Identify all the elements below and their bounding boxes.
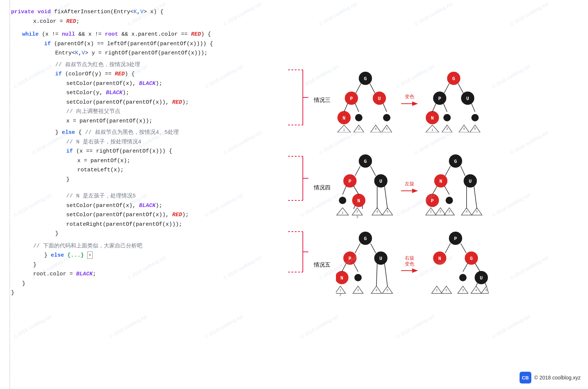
svg-point-45 [443,114,451,121]
situation4-diagram: 情况四 G P U N [314,151,487,224]
code-line-27: root.color = BLACK; [33,270,290,279]
svg-text:U: U [480,275,483,281]
svg-text:P: P [454,236,457,242]
svg-line-97 [445,166,450,176]
situation5-connector [288,230,310,274]
svg-text:2: 2 [356,210,358,214]
svg-point-20 [355,114,362,121]
expand-button[interactable]: + [87,251,93,259]
svg-text:5: 5 [386,127,387,131]
svg-text:1: 1 [343,128,345,132]
svg-text:1: 1 [436,289,438,292]
svg-text:4: 4 [376,210,378,214]
footer-copyright: © 2018 coolblog.xyz [534,375,581,381]
svg-text:P: P [348,256,351,261]
code-line-28: } [22,279,290,289]
svg-line-131 [376,263,377,286]
svg-text:3: 3 [448,210,450,214]
svg-text:N: N [343,115,346,121]
svg-text:1: 1 [431,128,433,132]
vertical-line [10,0,10,389]
bracket4-svg [288,154,310,202]
svg-text:4: 4 [375,127,376,131]
svg-line-22 [356,83,361,93]
code-line-29: } [11,288,290,298]
code-line-7: if (colorOf(y) == RED) { [55,69,290,79]
svg-text:2: 2 [439,210,441,214]
svg-text:3: 3 [446,127,448,131]
code-line-25: } else {...} + [44,251,290,260]
svg-line-50 [443,103,447,112]
svg-text:3: 3 [462,289,464,292]
svg-text:4: 4 [475,289,477,292]
svg-line-100 [444,186,449,194]
svg-line-51 [471,103,475,112]
svg-point-69 [339,197,346,204]
svg-line-72 [343,186,346,194]
svg-text:G: G [454,159,457,164]
situation4-label: 情况四 [314,184,330,191]
svg-line-98 [461,166,465,176]
code-line-14: // N 是右孩子，按处理情况4 [66,138,290,147]
svg-point-146 [459,274,467,281]
code-line-4: if (parentOf(x) == leftOf(parentOf(paren… [44,39,290,49]
svg-line-147 [445,243,450,253]
svg-line-49 [432,103,436,112]
arrow3-label: 变色 [405,93,414,100]
svg-line-48 [458,83,463,93]
code-line-3: while (x != null && x != root && x.paren… [22,30,290,39]
svg-text:P: P [431,198,434,204]
situation4-connector [288,154,310,202]
footer: CB © 2018 coolblog.xyz [520,372,581,383]
code-line-21: setColor(parentOf(parentOf(x)), RED); [66,210,290,220]
svg-text:U: U [469,179,472,184]
svg-line-86 [385,186,387,209]
tree5-before: G P U N 1 2 [336,228,395,301]
main-container: © 2018 coolblog.xyz © 2018 coolblog.xyz … [0,0,588,389]
svg-text:N: N [439,179,442,184]
svg-line-157 [476,283,478,286]
svg-text:U: U [379,179,382,184]
svg-text:5: 5 [386,289,388,292]
svg-line-158 [485,283,486,286]
arrow4-svg [400,187,419,194]
svg-line-71 [371,166,376,176]
svg-text:5: 5 [476,210,478,214]
code-line-26: } [33,260,290,270]
arrow4-label: 左旋 [405,181,414,187]
code-line-23: } [55,229,290,239]
svg-line-83 [354,206,355,209]
svg-text:N: N [357,198,360,204]
svg-text:2: 2 [339,293,341,297]
situation5-label: 情况五 [314,261,330,268]
code-line-2: x.color = RED; [33,17,290,26]
code-line-17: rotateLeft(x); [77,165,290,175]
svg-text:3: 3 [358,127,359,131]
code-blank-1 [11,26,290,30]
svg-line-25 [355,103,359,112]
svg-line-148 [461,243,466,253]
svg-point-96 [446,197,453,204]
svg-text:P: P [350,96,353,101]
arrow5: 右旋变色 [400,255,419,274]
code-line-20: setColor(parentOf(x), BLACK); [66,201,290,211]
svg-text:5: 5 [386,210,388,214]
code-line-6: // 叔叔节点为红色，按情况3处理 [55,60,290,70]
svg-text:N: N [340,275,343,281]
bracket3-svg [288,68,310,127]
svg-text:4: 4 [375,289,377,292]
code-section: private void fixAfterInsertion(Entry<K,V… [0,0,294,389]
svg-text:3: 3 [357,289,359,292]
svg-line-99 [432,186,437,194]
svg-text:G: G [364,236,367,242]
code-line-5: Entry<K,V> y = rightOf(parentOf(parentOf… [55,49,290,58]
svg-point-46 [471,114,479,121]
code-line-8: setColor(parentOf(x), BLACK); [66,79,290,89]
svg-line-132 [385,263,387,286]
svg-text:G: G [364,76,367,82]
svg-text:4: 4 [463,127,465,131]
svg-text:N: N [431,115,434,121]
svg-text:5: 5 [485,289,487,292]
svg-marker-161 [481,286,489,293]
svg-text:U: U [466,96,469,101]
